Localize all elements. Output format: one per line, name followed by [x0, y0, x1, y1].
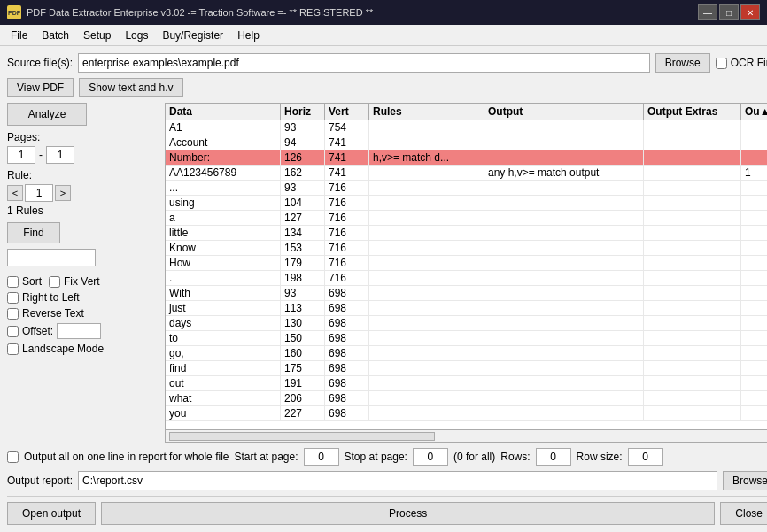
table-row[interactable]: Account94741 — [166, 135, 767, 150]
col-header-out: Ou▲ — [741, 104, 767, 120]
horizontal-scrollbar-area — [166, 429, 767, 442]
sort-checkbox[interactable] — [7, 276, 19, 288]
table-row[interactable]: days130698 — [166, 316, 767, 331]
table-cell: little — [166, 226, 281, 240]
rows-input[interactable] — [536, 448, 571, 466]
right-panel: Source file(s): Browse OCR First View PD… — [0, 46, 767, 532]
maximize-button[interactable]: □ — [719, 4, 739, 20]
table-cell: just — [166, 301, 281, 315]
stop-page-note: (0 for all) — [453, 451, 495, 463]
table-row[interactable]: How179716 — [166, 256, 767, 271]
landscape-mode-checkbox[interactable] — [7, 343, 19, 355]
table-cell — [644, 361, 741, 375]
minimize-button[interactable]: — — [698, 4, 717, 20]
find-button[interactable]: Find — [7, 222, 60, 243]
table-cell — [644, 406, 741, 420]
table-cell: How — [166, 256, 281, 270]
row-size-label: Row size: — [577, 451, 623, 463]
top-buttons-row: View PDF Show text and h.v — [7, 78, 767, 97]
fix-vert-checkbox[interactable] — [49, 276, 60, 288]
table-cell: 93 — [281, 120, 325, 135]
table-cell: h,v>= match d... — [369, 150, 484, 165]
view-pdf-button[interactable]: View PDF — [7, 78, 74, 97]
rule-prev-button[interactable]: < — [7, 185, 23, 201]
table-cell — [369, 271, 484, 285]
table-cell: 698 — [325, 331, 369, 345]
table-row[interactable]: you227698 — [166, 406, 767, 421]
table-cell: 754 — [325, 120, 369, 135]
offset-checkbox[interactable] — [7, 326, 19, 337]
right-to-left-checkbox-label[interactable]: Right to Left — [7, 291, 158, 304]
page-to-input[interactable] — [46, 146, 74, 164]
menu-bar: FileBatchSetupLogsBuy/RegisterHelp — [0, 25, 767, 46]
horizontal-scrollbar[interactable] — [169, 432, 435, 441]
titlebar-close-button[interactable]: ✕ — [740, 4, 760, 20]
landscape-mode-checkbox-label[interactable]: Landscape Mode — [7, 343, 158, 355]
table-cell: A1 — [166, 120, 281, 135]
table-cell — [644, 150, 741, 165]
table-cell — [484, 361, 644, 375]
stop-page-input[interactable] — [413, 448, 448, 466]
menu-item-batch[interactable]: Batch — [35, 27, 76, 43]
sort-checkbox-label[interactable]: Sort — [7, 275, 42, 288]
table-row[interactable]: With93698 — [166, 286, 767, 301]
table-row[interactable]: A193754 — [166, 120, 767, 135]
table-row[interactable]: find175698 — [166, 361, 767, 376]
reverse-text-checkbox[interactable] — [7, 308, 19, 320]
table-cell — [741, 286, 767, 300]
left-controls: Analyze Pages: - Rule: < > — [7, 103, 158, 443]
table-row[interactable]: out191698 — [166, 376, 767, 391]
col-header-output: Output — [484, 104, 644, 120]
rule-count-label: 1 Rules — [7, 204, 158, 217]
output-all-one-line-checkbox[interactable] — [7, 451, 19, 463]
table-cell: 94 — [281, 135, 325, 150]
page-dash: - — [39, 149, 43, 161]
menu-item-logs[interactable]: Logs — [118, 27, 155, 43]
page-from-input[interactable] — [7, 146, 35, 164]
table-row[interactable]: what206698 — [166, 391, 767, 406]
table-row[interactable]: ...93716 — [166, 181, 767, 196]
table-row[interactable]: just113698 — [166, 301, 767, 316]
browse-button[interactable]: Browse — [655, 53, 710, 73]
source-input[interactable] — [78, 53, 650, 73]
table-row[interactable]: .198716 — [166, 271, 767, 286]
table-row[interactable]: little134716 — [166, 226, 767, 241]
pages-section: Pages: - — [7, 131, 158, 164]
bottom-section: Output all on one line in report for who… — [7, 448, 767, 525]
table-cell: using — [166, 196, 281, 210]
ocr-first-checkbox[interactable] — [716, 58, 727, 69]
rule-next-button[interactable]: > — [55, 185, 71, 201]
menu-item-buy-register[interactable]: Buy/Register — [155, 27, 230, 43]
close-button[interactable]: Close — [720, 502, 767, 525]
table-cell: 698 — [325, 391, 369, 405]
fix-vert-checkbox-label[interactable]: Fix Vert — [49, 275, 100, 288]
table-row[interactable]: AA123456789162741any h,v>= match output1 — [166, 166, 767, 181]
table-row[interactable]: using104716 — [166, 196, 767, 211]
table-cell — [484, 406, 644, 420]
table-cell: 741 — [325, 150, 369, 165]
right-to-left-checkbox[interactable] — [7, 292, 19, 304]
table-scroll[interactable]: A193754Account94741Number:126741h,v>= ma… — [166, 120, 767, 429]
show-text-button[interactable]: Show text and h.v — [79, 78, 182, 97]
table-row[interactable]: Number:126741h,v>= match d... — [166, 150, 767, 166]
analyze-button[interactable]: Analyze — [7, 103, 87, 126]
menu-item-help[interactable]: Help — [230, 27, 267, 43]
find-input[interactable] — [7, 249, 96, 266]
rule-value-input[interactable] — [25, 184, 53, 202]
table-row[interactable]: go,160698 — [166, 346, 767, 361]
table-cell — [644, 226, 741, 240]
reverse-text-checkbox-label[interactable]: Reverse Text — [7, 307, 158, 320]
process-button[interactable]: Process — [101, 502, 715, 525]
menu-item-file[interactable]: File — [4, 27, 35, 43]
start-page-input[interactable] — [304, 448, 339, 466]
table-row[interactable]: Know153716 — [166, 241, 767, 256]
table-row[interactable]: a127716 — [166, 211, 767, 226]
row-size-input[interactable] — [628, 448, 663, 466]
output-report-input[interactable] — [78, 471, 717, 490]
open-output-button[interactable]: Open output — [7, 502, 96, 525]
table-cell — [484, 241, 644, 255]
table-row[interactable]: to150698 — [166, 331, 767, 346]
offset-input[interactable] — [57, 323, 101, 339]
output-browse-button[interactable]: Browse — [723, 471, 767, 490]
menu-item-setup[interactable]: Setup — [76, 27, 118, 43]
